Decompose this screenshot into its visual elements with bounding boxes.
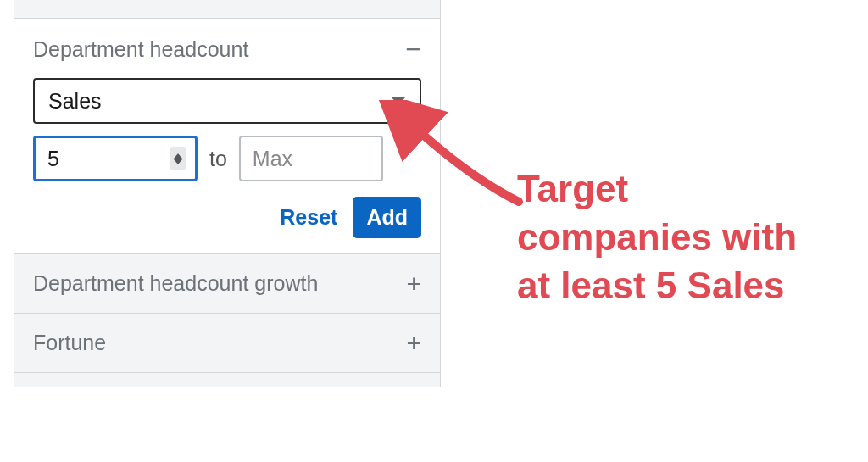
- filter-panel: Department headcount − Sales to Reset Ad…: [14, 0, 441, 387]
- filter-section-headcount-growth[interactable]: Department headcount growth +: [14, 254, 441, 314]
- expand-icon: +: [406, 270, 421, 298]
- panel-bottom-spacer: [14, 373, 441, 387]
- section-title: Fortune: [33, 331, 106, 355]
- expand-icon: +: [406, 329, 421, 358]
- chevron-down-icon: [391, 97, 406, 105]
- select-value: Sales: [48, 89, 102, 114]
- department-select[interactable]: Sales: [33, 78, 421, 124]
- stepper-down-icon[interactable]: [174, 159, 182, 164]
- number-stepper[interactable]: [170, 147, 186, 170]
- max-input[interactable]: [239, 136, 383, 181]
- max-input-wrap: [239, 136, 383, 181]
- section-title: Department headcount: [33, 37, 248, 62]
- reset-button[interactable]: Reset: [276, 198, 341, 237]
- range-connector: to: [209, 147, 227, 171]
- add-button[interactable]: Add: [353, 197, 421, 238]
- collapse-icon[interactable]: −: [405, 36, 421, 63]
- filter-section-headcount: Department headcount − Sales to Reset Ad…: [14, 19, 441, 254]
- section-title: Department headcount growth: [33, 271, 318, 296]
- filter-section-fortune[interactable]: Fortune +: [14, 314, 441, 373]
- section-header: Department headcount −: [33, 36, 421, 63]
- stepper-up-icon[interactable]: [174, 153, 182, 159]
- range-row: to: [33, 136, 421, 181]
- annotation-text: Target companies with at least 5 Sales: [517, 164, 822, 310]
- actions-row: Reset Add: [33, 197, 421, 238]
- min-input-wrap: [33, 136, 198, 181]
- panel-top-spacer: [14, 0, 441, 19]
